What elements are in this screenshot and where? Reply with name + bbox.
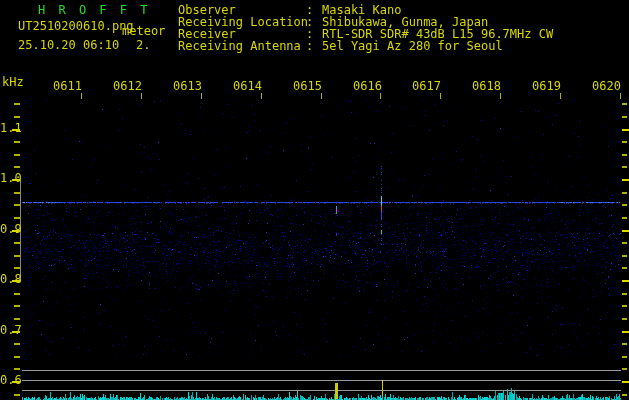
app-title: H R O F F T (38, 4, 150, 16)
spectrogram-canvas (0, 0, 629, 400)
time-label: 0618 (472, 80, 501, 92)
freq-label: 1.1 (0, 122, 22, 134)
field-value: 5el Yagi Az 280 for Seoul (322, 40, 503, 52)
time-label: 0616 (353, 80, 382, 92)
time-label: 0612 (113, 80, 142, 92)
time-label: 0611 (53, 80, 82, 92)
field-colon: : (306, 40, 313, 52)
hrofft-screen: H R O F F T UT2510200610.png meteor 25.1… (0, 0, 629, 400)
time-label: 0615 (293, 80, 322, 92)
field-label: Receiving Antenna (178, 40, 301, 52)
filename-label: UT2510200610.png (18, 20, 134, 32)
freq-unit-label: kHz (2, 76, 24, 88)
time-label: 0619 (532, 80, 561, 92)
freq-label: 0.7 (0, 324, 22, 336)
time-label: 0614 (233, 80, 262, 92)
freq-label: 0.9 (0, 223, 22, 235)
time-label: 0617 (412, 80, 441, 92)
freq-label: 1.0 (0, 172, 22, 184)
freq-label: 0.8 (0, 273, 22, 285)
time-label: 0613 (173, 80, 202, 92)
freq-label: 0.6 (0, 374, 22, 386)
time-label: 0620 (592, 80, 621, 92)
count-label: 2. (136, 39, 150, 51)
datetime-label: 25.10.20 06:10 (18, 39, 119, 51)
mode-label: meteor (122, 25, 165, 37)
